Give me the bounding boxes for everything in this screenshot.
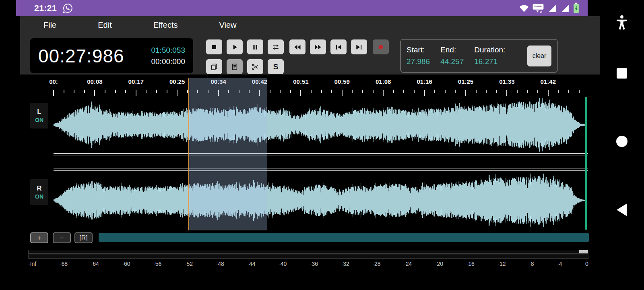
ruler-label: 00:59 bbox=[334, 78, 350, 85]
ruler-tick bbox=[270, 90, 270, 93]
ruler-tick bbox=[331, 90, 332, 93]
menu-view[interactable]: View bbox=[219, 21, 236, 30]
current-time: 00:27:986 bbox=[38, 45, 124, 67]
meter-scale-label: -64 bbox=[91, 261, 99, 267]
waveform-area[interactable]: 00:00:0800:1700:2500:3400:4200:5100:5901… bbox=[20, 75, 600, 232]
menu-effects[interactable]: Effects bbox=[153, 21, 178, 30]
menu-bar: File Edit Effects View bbox=[20, 16, 600, 34]
channel-right-label: R bbox=[37, 184, 41, 193]
copy-icon bbox=[210, 63, 218, 71]
meter-scale-label: -48 bbox=[216, 261, 224, 267]
paste-button[interactable] bbox=[227, 59, 243, 74]
zoom-in-button[interactable]: + bbox=[30, 232, 48, 243]
ruler-label: 01:33 bbox=[499, 78, 514, 85]
meter-bar-right bbox=[28, 255, 588, 259]
wifi-icon bbox=[519, 4, 529, 12]
meter-scale-label: 0 bbox=[585, 261, 588, 267]
selection-duration-label: Duration: bbox=[474, 46, 505, 54]
ruler-tick bbox=[187, 90, 188, 93]
status-bar: 21:21 VoWiFi 2 bbox=[16, 0, 588, 16]
rewind-button[interactable] bbox=[289, 39, 305, 54]
stop-button[interactable] bbox=[206, 39, 222, 54]
meter-scale-label: -44 bbox=[247, 261, 255, 267]
playhead[interactable] bbox=[188, 78, 189, 230]
svg-text:2: 2 bbox=[540, 10, 542, 13]
ruler-tick bbox=[321, 90, 322, 93]
accessibility-button[interactable] bbox=[615, 14, 629, 32]
ruler-tick bbox=[352, 90, 353, 93]
meter-scale-label: -60 bbox=[122, 261, 130, 267]
channel-separator bbox=[54, 153, 588, 154]
loop-icon bbox=[272, 43, 280, 51]
ruler-tick bbox=[167, 90, 167, 93]
waveform-scrollbar[interactable] bbox=[99, 233, 589, 242]
ruler-tick bbox=[311, 90, 312, 93]
cut-button[interactable] bbox=[247, 59, 263, 74]
zoom-scroll-controls: + − [R] bbox=[20, 232, 600, 244]
ruler-label: 00:51 bbox=[293, 78, 308, 85]
ruler-tick bbox=[280, 90, 281, 93]
edit-controls: S bbox=[206, 59, 284, 74]
copy-button[interactable] bbox=[206, 59, 222, 74]
selection-region[interactable] bbox=[189, 78, 267, 230]
skip-to-end-button[interactable] bbox=[351, 39, 367, 54]
selection-start-label: Start: bbox=[407, 46, 430, 54]
paste-icon bbox=[231, 63, 239, 71]
ruler-tick bbox=[476, 90, 477, 93]
waveform-canvas-right[interactable] bbox=[54, 171, 588, 230]
vowifi-icon: VoWiFi 2 bbox=[532, 3, 544, 13]
meter-peak-block bbox=[579, 250, 588, 253]
pause-button[interactable] bbox=[247, 39, 263, 54]
android-nav-bar bbox=[600, 0, 644, 290]
timeline-ruler[interactable]: 00:00:0800:1700:2500:3400:4200:5100:5901… bbox=[20, 75, 600, 97]
ruler-tick bbox=[146, 90, 147, 93]
signal-icon-2 bbox=[560, 3, 570, 13]
meter-scale-label: -52 bbox=[185, 261, 193, 267]
home-button[interactable] bbox=[616, 135, 628, 149]
s-button[interactable]: S bbox=[268, 59, 284, 74]
selection-end: End: 44.257 bbox=[440, 46, 464, 66]
fast-forward-button[interactable] bbox=[310, 39, 326, 54]
whatsapp-icon bbox=[62, 3, 73, 14]
clear-selection-button[interactable]: clear bbox=[527, 46, 551, 66]
ruler-label: 01:25 bbox=[458, 78, 473, 85]
ruler-tick bbox=[290, 90, 291, 93]
menu-file[interactable]: File bbox=[43, 21, 56, 30]
time-display[interactable]: 00:27:986 01:50:053 00:00:000 bbox=[30, 38, 193, 73]
ruler-tick bbox=[373, 90, 374, 93]
selection-duration-value: 16.271 bbox=[474, 57, 505, 66]
waveform-canvas-left[interactable] bbox=[54, 97, 588, 153]
meter-scale-label: -40 bbox=[279, 261, 287, 267]
end-of-file-marker bbox=[585, 97, 587, 230]
loop-point-time: 00:00:000 bbox=[151, 57, 185, 66]
ruler-label: 00:25 bbox=[169, 78, 185, 85]
toolbar: 00:27:986 01:50:053 00:00:000 bbox=[20, 34, 600, 75]
ruler-tick bbox=[53, 90, 54, 96]
ruler-tick bbox=[527, 90, 528, 93]
back-button[interactable] bbox=[616, 203, 628, 218]
svg-text:VoWiFi: VoWiFi bbox=[534, 5, 542, 8]
ruler-tick bbox=[393, 90, 394, 93]
meter-scale-label: -56 bbox=[153, 261, 161, 267]
zoom-out-button[interactable]: − bbox=[53, 232, 71, 243]
ruler-tick bbox=[548, 90, 549, 96]
ruler-label: 01:08 bbox=[376, 78, 391, 85]
record-button[interactable] bbox=[373, 39, 389, 54]
channel-right-toggle[interactable]: R ON bbox=[30, 179, 48, 205]
skip-to-start-button[interactable] bbox=[330, 39, 347, 54]
channel-left-label: L bbox=[37, 108, 41, 116]
ruler-tick bbox=[64, 90, 64, 93]
ruler-tick bbox=[94, 90, 95, 96]
play-button[interactable] bbox=[227, 39, 243, 54]
selection-end-label: End: bbox=[440, 46, 464, 54]
record-icon bbox=[377, 43, 385, 51]
menu-edit[interactable]: Edit bbox=[98, 21, 111, 30]
loop-button[interactable] bbox=[268, 39, 284, 54]
recents-button[interactable] bbox=[616, 68, 627, 81]
ruler-label: 01:16 bbox=[417, 78, 432, 85]
zoom-reset-button[interactable]: [R] bbox=[74, 232, 93, 243]
channel-left-toggle[interactable]: L ON bbox=[30, 103, 48, 128]
ruler-label: 00:08 bbox=[87, 78, 102, 85]
selection-end-value: 44.257 bbox=[440, 57, 464, 66]
ruler-tick bbox=[115, 90, 116, 93]
